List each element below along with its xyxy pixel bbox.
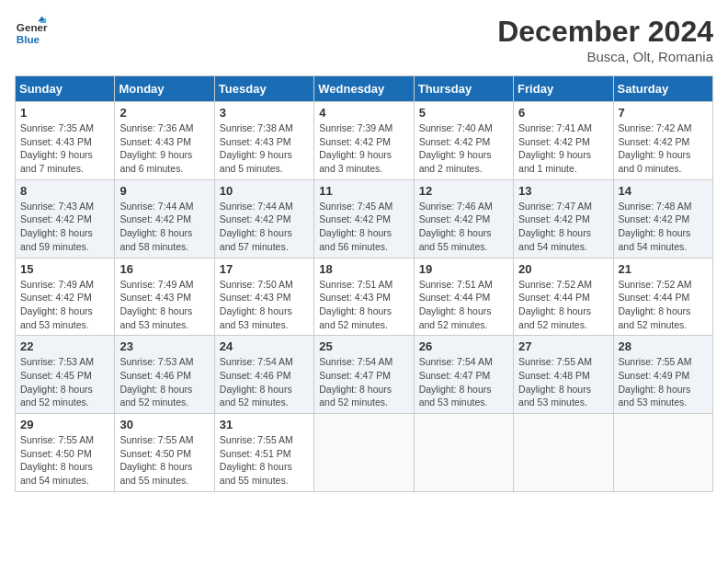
calendar-cell: 13Sunrise: 7:47 AMSunset: 4:42 PMDayligh… <box>514 179 613 258</box>
calendar-cell: 31Sunrise: 7:55 AMSunset: 4:51 PMDayligh… <box>214 414 313 492</box>
day-info: Sunrise: 7:55 AMSunset: 4:48 PMDaylight:… <box>518 355 608 409</box>
calendar-cell: 28Sunrise: 7:55 AMSunset: 4:49 PMDayligh… <box>613 336 712 414</box>
day-number: 1 <box>20 106 109 120</box>
day-number: 27 <box>518 339 608 353</box>
day-number: 21 <box>619 262 708 276</box>
day-info: Sunrise: 7:55 AMSunset: 4:49 PMDaylight:… <box>619 355 708 409</box>
calendar-cell: 8Sunrise: 7:43 AMSunset: 4:42 PMDaylight… <box>16 179 115 258</box>
calendar-cell: 26Sunrise: 7:54 AMSunset: 4:47 PMDayligh… <box>414 336 513 414</box>
svg-text:Blue: Blue <box>17 33 40 45</box>
logo: General Blue <box>15 15 48 48</box>
calendar-week-row: 8Sunrise: 7:43 AMSunset: 4:42 PMDaylight… <box>16 179 713 258</box>
calendar-cell: 5Sunrise: 7:40 AMSunset: 4:42 PMDaylight… <box>414 102 513 180</box>
calendar-cell: 2Sunrise: 7:36 AMSunset: 4:43 PMDaylight… <box>115 102 214 180</box>
page-header: General Blue December 2024 Busca, Olt, R… <box>15 15 713 64</box>
calendar-table: SundayMondayTuesdayWednesdayThursdayFrid… <box>15 75 713 492</box>
calendar-cell <box>514 414 613 492</box>
day-number: 23 <box>119 339 209 353</box>
day-info: Sunrise: 7:54 AMSunset: 4:47 PMDaylight:… <box>419 355 508 409</box>
day-info: Sunrise: 7:45 AMSunset: 4:42 PMDaylight:… <box>319 200 408 254</box>
day-number: 29 <box>20 418 109 431</box>
day-info: Sunrise: 7:54 AMSunset: 4:46 PMDaylight:… <box>220 355 309 409</box>
day-number: 13 <box>518 184 608 198</box>
day-info: Sunrise: 7:49 AMSunset: 4:42 PMDaylight:… <box>20 278 109 332</box>
weekday-header: Tuesday <box>214 76 313 102</box>
calendar-cell: 3Sunrise: 7:38 AMSunset: 4:43 PMDaylight… <box>214 102 313 180</box>
calendar-cell: 14Sunrise: 7:48 AMSunset: 4:42 PMDayligh… <box>613 179 712 258</box>
calendar-cell: 20Sunrise: 7:52 AMSunset: 4:44 PMDayligh… <box>514 258 613 336</box>
weekday-header: Sunday <box>16 76 115 102</box>
calendar-cell: 27Sunrise: 7:55 AMSunset: 4:48 PMDayligh… <box>514 336 613 414</box>
day-number: 5 <box>419 106 508 120</box>
day-info: Sunrise: 7:52 AMSunset: 4:44 PMDaylight:… <box>619 278 708 332</box>
day-number: 10 <box>220 184 309 198</box>
calendar-cell: 1Sunrise: 7:35 AMSunset: 4:43 PMDaylight… <box>16 102 115 180</box>
day-number: 28 <box>619 339 708 353</box>
day-info: Sunrise: 7:38 AMSunset: 4:43 PMDaylight:… <box>220 121 309 176</box>
calendar-cell <box>314 414 414 492</box>
day-number: 6 <box>518 106 608 120</box>
weekday-header: Wednesday <box>314 76 414 102</box>
calendar-cell: 21Sunrise: 7:52 AMSunset: 4:44 PMDayligh… <box>613 258 712 336</box>
day-info: Sunrise: 7:53 AMSunset: 4:45 PMDaylight:… <box>20 355 109 409</box>
day-number: 7 <box>619 106 708 120</box>
weekday-header: Saturday <box>613 76 712 102</box>
logo-icon: General Blue <box>15 15 48 48</box>
day-number: 3 <box>220 106 309 120</box>
calendar-header-row: SundayMondayTuesdayWednesdayThursdayFrid… <box>16 76 713 102</box>
calendar-week-row: 29Sunrise: 7:55 AMSunset: 4:50 PMDayligh… <box>16 414 713 492</box>
title-area: December 2024 Busca, Olt, Romania <box>497 15 713 64</box>
calendar-week-row: 22Sunrise: 7:53 AMSunset: 4:45 PMDayligh… <box>16 336 713 414</box>
day-info: Sunrise: 7:52 AMSunset: 4:44 PMDaylight:… <box>518 278 608 332</box>
calendar-cell: 25Sunrise: 7:54 AMSunset: 4:47 PMDayligh… <box>314 336 414 414</box>
location: Busca, Olt, Romania <box>497 49 713 64</box>
calendar-cell <box>613 414 712 492</box>
day-number: 25 <box>319 339 408 353</box>
day-number: 16 <box>119 262 209 276</box>
day-info: Sunrise: 7:54 AMSunset: 4:47 PMDaylight:… <box>319 355 408 409</box>
calendar-week-row: 15Sunrise: 7:49 AMSunset: 4:42 PMDayligh… <box>16 258 713 336</box>
day-number: 2 <box>119 106 209 120</box>
day-info: Sunrise: 7:44 AMSunset: 4:42 PMDaylight:… <box>220 200 309 254</box>
day-info: Sunrise: 7:49 AMSunset: 4:43 PMDaylight:… <box>119 278 209 332</box>
calendar-week-row: 1Sunrise: 7:35 AMSunset: 4:43 PMDaylight… <box>16 102 713 180</box>
weekday-header: Friday <box>514 76 613 102</box>
day-info: Sunrise: 7:42 AMSunset: 4:42 PMDaylight:… <box>619 121 708 176</box>
calendar-cell: 29Sunrise: 7:55 AMSunset: 4:50 PMDayligh… <box>16 414 115 492</box>
day-number: 11 <box>319 184 408 198</box>
calendar-cell <box>414 414 513 492</box>
calendar-cell: 24Sunrise: 7:54 AMSunset: 4:46 PMDayligh… <box>214 336 313 414</box>
day-number: 17 <box>220 262 309 276</box>
calendar-cell: 16Sunrise: 7:49 AMSunset: 4:43 PMDayligh… <box>115 258 214 336</box>
day-info: Sunrise: 7:51 AMSunset: 4:43 PMDaylight:… <box>319 278 408 332</box>
calendar-cell: 15Sunrise: 7:49 AMSunset: 4:42 PMDayligh… <box>16 258 115 336</box>
day-info: Sunrise: 7:40 AMSunset: 4:42 PMDaylight:… <box>419 121 508 176</box>
day-number: 8 <box>20 184 109 198</box>
day-info: Sunrise: 7:48 AMSunset: 4:42 PMDaylight:… <box>619 200 708 254</box>
calendar-cell: 30Sunrise: 7:55 AMSunset: 4:50 PMDayligh… <box>115 414 214 492</box>
day-number: 31 <box>220 418 309 431</box>
day-number: 26 <box>419 339 508 353</box>
calendar-cell: 11Sunrise: 7:45 AMSunset: 4:42 PMDayligh… <box>314 179 414 258</box>
day-info: Sunrise: 7:46 AMSunset: 4:42 PMDaylight:… <box>419 200 508 254</box>
day-number: 15 <box>20 262 109 276</box>
day-info: Sunrise: 7:43 AMSunset: 4:42 PMDaylight:… <box>20 200 109 254</box>
day-info: Sunrise: 7:35 AMSunset: 4:43 PMDaylight:… <box>20 121 109 176</box>
day-number: 24 <box>220 339 309 353</box>
day-info: Sunrise: 7:47 AMSunset: 4:42 PMDaylight:… <box>518 200 608 254</box>
day-info: Sunrise: 7:55 AMSunset: 4:50 PMDaylight:… <box>119 433 209 488</box>
day-number: 30 <box>119 418 209 431</box>
day-info: Sunrise: 7:53 AMSunset: 4:46 PMDaylight:… <box>119 355 209 409</box>
day-number: 22 <box>20 339 109 353</box>
calendar-cell: 4Sunrise: 7:39 AMSunset: 4:42 PMDaylight… <box>314 102 414 180</box>
day-number: 18 <box>319 262 408 276</box>
day-info: Sunrise: 7:39 AMSunset: 4:42 PMDaylight:… <box>319 121 408 176</box>
calendar-cell: 12Sunrise: 7:46 AMSunset: 4:42 PMDayligh… <box>414 179 513 258</box>
weekday-header: Monday <box>115 76 214 102</box>
day-info: Sunrise: 7:36 AMSunset: 4:43 PMDaylight:… <box>119 121 209 176</box>
calendar-cell: 22Sunrise: 7:53 AMSunset: 4:45 PMDayligh… <box>16 336 115 414</box>
day-info: Sunrise: 7:55 AMSunset: 4:51 PMDaylight:… <box>220 433 309 488</box>
calendar-cell: 23Sunrise: 7:53 AMSunset: 4:46 PMDayligh… <box>115 336 214 414</box>
calendar-body: 1Sunrise: 7:35 AMSunset: 4:43 PMDaylight… <box>16 102 713 492</box>
day-number: 12 <box>419 184 508 198</box>
